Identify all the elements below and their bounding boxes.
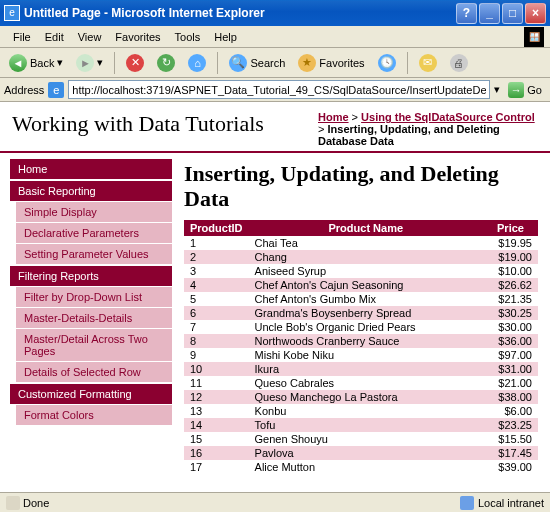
table-cell: Chang: [249, 250, 483, 264]
menu-edit[interactable]: Edit: [38, 29, 71, 45]
menu-favorites[interactable]: Favorites: [108, 29, 167, 45]
nav-item[interactable]: Declarative Parameters: [16, 222, 172, 243]
separator: [217, 52, 218, 74]
table-row: 15Genen Shouyu$15.50: [184, 432, 538, 446]
menu-help[interactable]: Help: [207, 29, 244, 45]
table-row: 13Konbu$6.00: [184, 404, 538, 418]
table-cell: $30.25: [483, 306, 538, 320]
table-row: 9Mishi Kobe Niku$97.00: [184, 348, 538, 362]
table-cell: $26.62: [483, 278, 538, 292]
nav-item[interactable]: Filter by Drop-Down List: [16, 286, 172, 307]
table-cell: 13: [184, 404, 249, 418]
table-row: 4Chef Anton's Cajun Seasoning$26.62: [184, 278, 538, 292]
table-cell: Ikura: [249, 362, 483, 376]
table-cell: $23.25: [483, 418, 538, 432]
table-cell: $17.45: [483, 446, 538, 460]
products-table: ProductID Product Name Price 1Chai Tea$1…: [184, 220, 538, 474]
maximize-button[interactable]: □: [502, 3, 523, 24]
table-cell: Chai Tea: [249, 236, 483, 250]
table-cell: 6: [184, 306, 249, 320]
table-cell: $19.95: [483, 236, 538, 250]
table-cell: $38.00: [483, 390, 538, 404]
toolbar: ◄Back ▾ ►▾ ✕ ↻ ⌂ 🔍Search ★Favorites 🕓 ✉ …: [0, 48, 550, 78]
table-cell: 16: [184, 446, 249, 460]
home-button[interactable]: ⌂: [183, 51, 211, 75]
nav-section[interactable]: Basic Reporting: [10, 181, 172, 201]
window-title: Untitled Page - Microsoft Internet Explo…: [24, 6, 456, 20]
table-cell: 14: [184, 418, 249, 432]
zone-icon: [460, 496, 474, 510]
menu-tools[interactable]: Tools: [168, 29, 208, 45]
back-icon: ◄: [9, 54, 27, 72]
nav-section[interactable]: Filtering Reports: [10, 266, 172, 286]
nav-item[interactable]: Format Colors: [16, 404, 172, 425]
nav-section[interactable]: Customized Formatting: [10, 384, 172, 404]
nav-item[interactable]: Master-Details-Details: [16, 307, 172, 328]
nav-item[interactable]: Setting Parameter Values: [16, 243, 172, 264]
history-button[interactable]: 🕓: [373, 51, 401, 75]
nav-item[interactable]: Master/Detail Across Two Pages: [16, 328, 172, 361]
table-row: 7Uncle Bob's Organic Dried Pears$30.00: [184, 320, 538, 334]
table-cell: 7: [184, 320, 249, 334]
menu-view[interactable]: View: [71, 29, 109, 45]
table-row: 10Ikura$31.00: [184, 362, 538, 376]
stop-icon: ✕: [126, 54, 144, 72]
print-button[interactable]: 🖨: [445, 51, 473, 75]
table-row: 8Northwoods Cranberry Sauce$36.00: [184, 334, 538, 348]
back-button[interactable]: ◄Back ▾: [4, 51, 68, 75]
table-cell: $36.00: [483, 334, 538, 348]
mail-icon: ✉: [419, 54, 437, 72]
refresh-button[interactable]: ↻: [152, 51, 180, 75]
menu-file[interactable]: File: [6, 29, 38, 45]
table-cell: Northwoods Cranberry Sauce: [249, 334, 483, 348]
table-cell: $15.50: [483, 432, 538, 446]
table-cell: 10: [184, 362, 249, 376]
table-row: 11Queso Cabrales$21.00: [184, 376, 538, 390]
nav-item[interactable]: Simple Display: [16, 201, 172, 222]
table-row: 3Aniseed Syrup$10.00: [184, 264, 538, 278]
table-cell: 8: [184, 334, 249, 348]
home-icon: ⌂: [188, 54, 206, 72]
done-icon: [6, 496, 20, 510]
go-icon: →: [508, 82, 524, 98]
table-cell: 9: [184, 348, 249, 362]
table-cell: $21.00: [483, 376, 538, 390]
search-button[interactable]: 🔍Search: [224, 51, 290, 75]
table-cell: $10.00: [483, 264, 538, 278]
breadcrumb-home[interactable]: Home: [318, 111, 349, 123]
table-cell: Mishi Kobe Niku: [249, 348, 483, 362]
stop-button[interactable]: ✕: [121, 51, 149, 75]
go-button[interactable]: →Go: [504, 80, 546, 100]
table-row: 14Tofu$23.25: [184, 418, 538, 432]
table-cell: Chef Anton's Gumbo Mix: [249, 292, 483, 306]
status-zone: Local intranet: [478, 497, 544, 509]
table-cell: $39.00: [483, 460, 538, 474]
nav-item[interactable]: Details of Selected Row: [16, 361, 172, 382]
address-dropdown[interactable]: ▾: [494, 83, 500, 96]
address-bar: Address e ▾ →Go: [0, 78, 550, 102]
breadcrumb: Home > Using the SqlDataSource Control >…: [318, 111, 538, 147]
minimize-button[interactable]: _: [479, 3, 500, 24]
print-icon: 🖨: [450, 54, 468, 72]
close-button[interactable]: ×: [525, 3, 546, 24]
ie-icon: e: [4, 5, 20, 21]
site-title: Working with Data Tutorials: [12, 111, 264, 137]
table-cell: Uncle Bob's Organic Dried Pears: [249, 320, 483, 334]
nav-section[interactable]: Home: [10, 159, 172, 179]
history-icon: 🕓: [378, 54, 396, 72]
forward-button[interactable]: ►▾: [71, 51, 108, 75]
main-content: Inserting, Updating, and Deleting Data P…: [172, 153, 550, 492]
col-productid: ProductID: [184, 220, 249, 236]
help-window-button[interactable]: ?: [456, 3, 477, 24]
col-price: Price: [483, 220, 538, 236]
mail-button[interactable]: ✉: [414, 51, 442, 75]
address-input[interactable]: [68, 80, 490, 99]
table-cell: Aniseed Syrup: [249, 264, 483, 278]
favorites-button[interactable]: ★Favorites: [293, 51, 369, 75]
page-icon: e: [48, 82, 64, 98]
status-bar: Done Local intranet: [0, 492, 550, 512]
separator: [407, 52, 408, 74]
table-row: 1Chai Tea$19.95: [184, 236, 538, 250]
title-bar: e Untitled Page - Microsoft Internet Exp…: [0, 0, 550, 26]
breadcrumb-section[interactable]: Using the SqlDataSource Control: [361, 111, 535, 123]
